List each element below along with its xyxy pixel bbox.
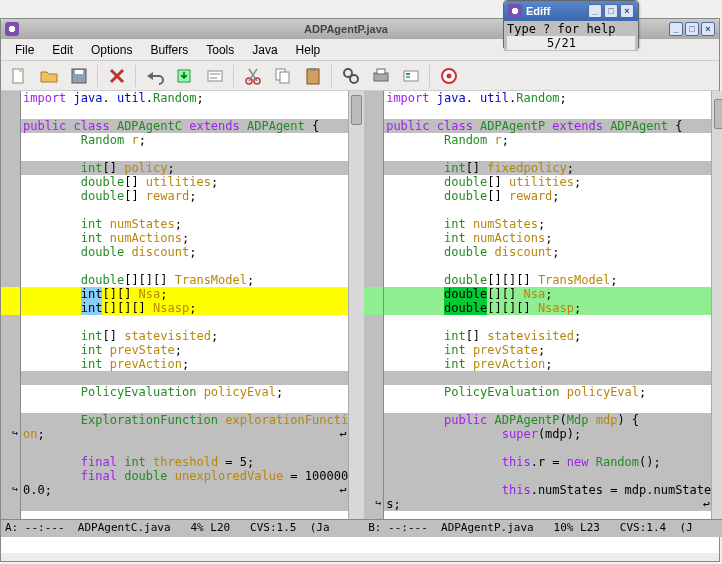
code-line[interactable]: int[][][] Nsasp; <box>21 301 348 315</box>
code-line[interactable]: double[] utilities; <box>384 175 711 189</box>
code-line[interactable]: ExplorationFunction explorationFuncti↩ <box>21 413 348 427</box>
code-line[interactable] <box>384 105 711 119</box>
left-code[interactable]: import java. util.Random;public class AD… <box>21 91 348 519</box>
code-line[interactable]: int[] statevisited; <box>21 329 348 343</box>
menu-buffers[interactable]: Buffers <box>142 41 196 59</box>
search-icon[interactable] <box>339 64 363 88</box>
code-line[interactable]: public class ADPAgentP extends ADPAgent … <box>384 119 711 133</box>
code-line[interactable]: int[] statevisited; <box>384 329 711 343</box>
code-line[interactable] <box>384 147 711 161</box>
emacs-app-icon <box>5 22 19 36</box>
menu-options[interactable]: Options <box>83 41 140 59</box>
toolbar <box>1 61 719 91</box>
code-line[interactable]: public ADPAgentP(Mdp mdp) { <box>384 413 711 427</box>
code-line[interactable]: super(mdp); <box>384 427 711 441</box>
code-line[interactable] <box>21 105 348 119</box>
code-line[interactable] <box>384 315 711 329</box>
code-line[interactable]: double[] utilities; <box>21 175 348 189</box>
code-line[interactable]: public class ADPAgentC extends ADPAgent … <box>21 119 348 133</box>
code-line[interactable] <box>384 469 711 483</box>
scrollbar[interactable] <box>348 91 364 519</box>
code-line[interactable]: double[] reward; <box>21 189 348 203</box>
code-line[interactable] <box>21 371 348 385</box>
help-icon[interactable] <box>437 64 461 88</box>
right-pane[interactable]: ↪ import java. util.Random;public class … <box>364 91 722 519</box>
maximize-icon[interactable]: □ <box>604 4 618 18</box>
cut-icon[interactable] <box>241 64 265 88</box>
paste-icon[interactable] <box>301 64 325 88</box>
code-line[interactable]: int prevState; <box>384 343 711 357</box>
code-line[interactable]: this.r = new Random(); <box>384 455 711 469</box>
minimize-icon[interactable]: _ <box>588 4 602 18</box>
open-file-icon[interactable] <box>37 64 61 88</box>
left-pane[interactable]: ↪↪ import java. util.Random;public class… <box>1 91 364 519</box>
minibuffer[interactable] <box>1 537 719 553</box>
goto-icon[interactable] <box>203 64 227 88</box>
code-line[interactable]: int numActions; <box>21 231 348 245</box>
code-line[interactable] <box>21 147 348 161</box>
code-line[interactable] <box>21 497 348 511</box>
right-code[interactable]: import java. util.Random;public class AD… <box>384 91 711 519</box>
code-line[interactable]: Random r; <box>384 133 711 147</box>
code-line[interactable] <box>21 399 348 413</box>
code-line[interactable] <box>21 315 348 329</box>
code-line[interactable]: PolicyEvaluation policyEval; <box>21 385 348 399</box>
code-line[interactable]: double discount; <box>384 245 711 259</box>
code-line[interactable]: double discount; <box>21 245 348 259</box>
menu-tools[interactable]: Tools <box>198 41 242 59</box>
code-line[interactable]: double[][][] TransModel; <box>384 273 711 287</box>
code-line[interactable]: double[][][] Nsasp; <box>384 301 711 315</box>
menu-java[interactable]: Java <box>244 41 285 59</box>
print-icon[interactable] <box>369 64 393 88</box>
code-line[interactable]: final int threshold = 5; <box>21 455 348 469</box>
close-icon[interactable]: × <box>701 22 715 36</box>
scrollbar[interactable] <box>711 91 722 519</box>
code-line[interactable]: double[][][] TransModel; <box>21 273 348 287</box>
ediff-window[interactable]: Ediff _ □ × Type ? for help 5/21 <box>503 0 639 48</box>
code-line[interactable]: int[] fixedpolicy; <box>384 161 711 175</box>
code-line[interactable]: double[] reward; <box>384 189 711 203</box>
main-window: ADPAgentP.java _ □ × File Edit Options B… <box>0 18 720 562</box>
code-line[interactable]: import java. util.Random; <box>384 91 711 105</box>
close-icon[interactable]: × <box>620 4 634 18</box>
code-line[interactable]: int numStates; <box>21 217 348 231</box>
code-line[interactable]: int[][] Nsa; <box>21 287 348 301</box>
code-line[interactable] <box>384 441 711 455</box>
code-line[interactable] <box>384 259 711 273</box>
new-file-icon[interactable] <box>7 64 31 88</box>
code-line[interactable]: double[][] Nsa; <box>384 287 711 301</box>
code-line[interactable]: import java. util.Random; <box>21 91 348 105</box>
code-line[interactable] <box>384 371 711 385</box>
code-line[interactable]: int numStates; <box>384 217 711 231</box>
menu-file[interactable]: File <box>7 41 42 59</box>
save-icon[interactable] <box>67 64 91 88</box>
menu-help[interactable]: Help <box>288 41 329 59</box>
svg-rect-16 <box>377 69 385 74</box>
maximize-icon[interactable]: □ <box>685 22 699 36</box>
code-line[interactable]: final double unexploredValue = 100000↩ <box>21 469 348 483</box>
code-line[interactable] <box>384 399 711 413</box>
ediff-titlebar[interactable]: Ediff _ □ × <box>504 1 638 21</box>
menu-edit[interactable]: Edit <box>44 41 81 59</box>
code-line[interactable]: int numActions; <box>384 231 711 245</box>
code-line[interactable]: int prevState; <box>21 343 348 357</box>
code-line[interactable] <box>21 441 348 455</box>
undo-icon[interactable] <box>143 64 167 88</box>
preferences-icon[interactable] <box>399 64 423 88</box>
code-line[interactable]: PolicyEvaluation policyEval; <box>384 385 711 399</box>
code-line[interactable]: int prevAction; <box>384 357 711 371</box>
code-line[interactable] <box>21 259 348 273</box>
code-line[interactable]: int[] policy; <box>21 161 348 175</box>
code-line[interactable] <box>21 203 348 217</box>
code-line[interactable]: this.numStates = mdp.numState↩ <box>384 483 711 497</box>
code-line[interactable]: int prevAction; <box>21 357 348 371</box>
code-line[interactable]: s; <box>384 497 711 511</box>
save-as-icon[interactable] <box>173 64 197 88</box>
code-line[interactable]: 0.0; <box>21 483 348 497</box>
code-line[interactable] <box>384 203 711 217</box>
minimize-icon[interactable]: _ <box>669 22 683 36</box>
close-file-icon[interactable] <box>105 64 129 88</box>
copy-icon[interactable] <box>271 64 295 88</box>
code-line[interactable]: Random r; <box>21 133 348 147</box>
code-line[interactable]: on; <box>21 427 348 441</box>
